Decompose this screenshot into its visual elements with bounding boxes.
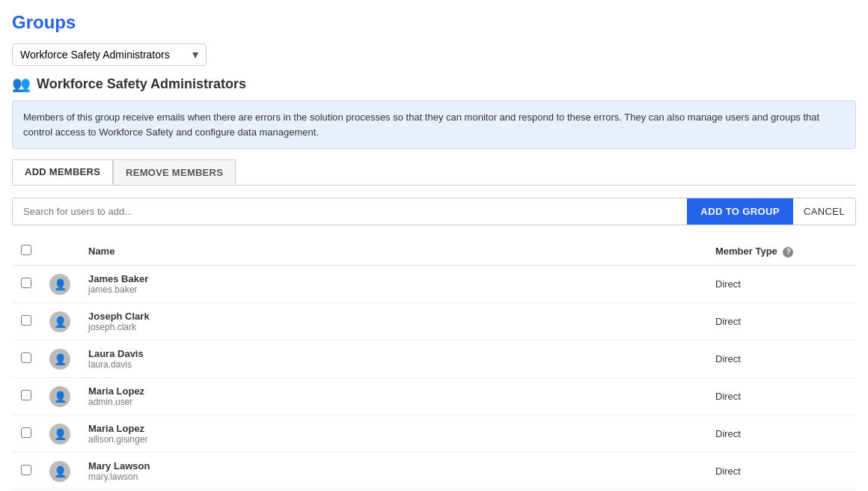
member-username: allison.gisinger (88, 434, 697, 445)
row-avatar-cell: 👤 (40, 266, 79, 303)
type-col-header: Member Type ? (706, 237, 856, 266)
member-type: Direct (715, 466, 741, 477)
row-type-cell: Direct (706, 341, 856, 378)
table-row: 👤 Mary Lawson mary.lawson Direct (12, 453, 856, 490)
row-name-cell: Joseph Clark joseph.clark (79, 303, 706, 341)
row-type-cell: Direct (706, 266, 856, 303)
tab-add-members[interactable]: ADD MEMBERS (12, 159, 113, 185)
row-checkbox[interactable] (21, 390, 31, 400)
avatar: 👤 (49, 274, 70, 295)
cancel-button[interactable]: CANCEL (793, 198, 855, 225)
avatar: 👤 (49, 311, 70, 332)
tabs-container: ADD MEMBERS REMOVE MEMBERS (12, 159, 856, 186)
row-name-cell: Laura Davis laura.davis (79, 341, 706, 378)
row-avatar-cell: 👤 (40, 303, 79, 341)
avatar: 👤 (49, 424, 70, 445)
group-header: 👥 Workforce Safety Administrators (12, 75, 856, 93)
row-name-cell: Mary Lawson mary.lawson (79, 453, 706, 490)
select-all-checkbox[interactable] (21, 245, 31, 255)
members-table: Name Member Type ? 👤 James Baker james.b… (12, 237, 856, 490)
page-title: Groups (12, 12, 856, 33)
member-username: laura.davis (88, 359, 697, 370)
row-checkbox[interactable] (21, 353, 31, 363)
member-name: James Baker (88, 273, 697, 284)
row-name-cell: Maria Lopez admin.user (79, 378, 706, 415)
group-icon: 👥 (12, 75, 31, 93)
table-row: 👤 Maria Lopez allison.gisinger Direct (12, 415, 856, 453)
member-type: Direct (715, 428, 741, 439)
row-type-cell: Direct (706, 378, 856, 415)
member-name: Maria Lopez (88, 385, 697, 397)
table-row: 👤 Laura Davis laura.davis Direct (12, 341, 856, 378)
search-bar: ADD TO GROUP CANCEL (12, 198, 856, 225)
row-checkbox[interactable] (21, 465, 31, 475)
group-description: Members of this group receive emails whe… (12, 100, 856, 149)
member-type-info-icon: ? (783, 247, 793, 257)
row-avatar-cell: 👤 (40, 378, 79, 415)
row-type-cell: Direct (706, 453, 856, 490)
member-username: mary.lawson (88, 472, 697, 482)
member-username: admin.user (88, 397, 697, 407)
member-name: Mary Lawson (88, 460, 697, 472)
row-avatar-cell: 👤 (40, 453, 79, 490)
avatar: 👤 (49, 461, 70, 482)
table-row: 👤 Maria Lopez admin.user Direct (12, 378, 856, 415)
avatar: 👤 (49, 386, 70, 407)
row-checkbox-cell (12, 453, 40, 490)
avatar: 👤 (49, 349, 70, 370)
row-checkbox-cell (12, 303, 40, 341)
name-col-header: Name (79, 237, 706, 266)
row-checkbox-cell (12, 341, 40, 378)
member-name: Maria Lopez (88, 423, 697, 434)
row-name-cell: James Baker james.baker (79, 266, 706, 303)
row-checkbox[interactable] (21, 278, 31, 288)
member-type: Direct (715, 278, 741, 290)
row-checkbox-cell (12, 415, 40, 453)
row-avatar-cell: 👤 (40, 415, 79, 453)
table-row: 👤 James Baker james.baker Direct (12, 266, 856, 303)
row-avatar-cell: 👤 (40, 341, 79, 378)
group-dropdown[interactable]: Workforce Safety Administrators (12, 43, 207, 66)
select-all-header (12, 237, 40, 266)
add-to-group-button[interactable]: ADD TO GROUP (687, 198, 793, 225)
row-checkbox-cell (12, 378, 40, 415)
row-name-cell: Maria Lopez allison.gisinger (79, 415, 706, 453)
member-username: joseph.clark (88, 322, 697, 332)
group-dropdown-wrapper: Workforce Safety Administrators ▼ (12, 43, 207, 66)
tab-remove-members[interactable]: REMOVE MEMBERS (113, 159, 236, 185)
member-type: Direct (715, 316, 741, 327)
member-type: Direct (715, 353, 741, 365)
table-row: 👤 Joseph Clark joseph.clark Direct (12, 303, 856, 341)
row-checkbox[interactable] (21, 315, 31, 326)
member-username: james.baker (88, 284, 697, 295)
member-type: Direct (715, 391, 741, 402)
avatar-col-header (40, 237, 79, 266)
row-type-cell: Direct (706, 303, 856, 341)
group-name: Workforce Safety Administrators (37, 76, 246, 92)
member-name: Laura Davis (88, 348, 697, 359)
search-input[interactable] (13, 198, 687, 225)
row-type-cell: Direct (706, 415, 856, 453)
row-checkbox-cell (12, 266, 40, 303)
row-checkbox[interactable] (21, 427, 31, 438)
member-name: Joseph Clark (88, 311, 697, 322)
